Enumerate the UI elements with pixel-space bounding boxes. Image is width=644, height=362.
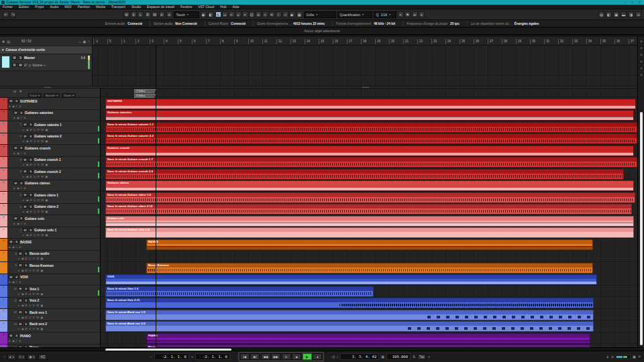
write-automation-icon[interactable]: W [41, 163, 44, 167]
crossfade-icon[interactable]: ≋ [412, 11, 418, 17]
track-basse-keemun[interactable]: ♪9MSBasse Keemune◀Ø⊙RW▣ [0, 262, 101, 274]
event-piano[interactable]: PIANO [146, 333, 590, 344]
track-color-tab[interactable]: ▾ [0, 239, 7, 250]
bypass-inserts-icon[interactable]: ⊘ [19, 245, 21, 249]
write-automation-icon[interactable]: W [41, 198, 44, 202]
tap-tempo-button[interactable]: Tap [417, 354, 426, 360]
phase-icon[interactable]: Ø [25, 269, 27, 273]
mute-button[interactable]: M [13, 111, 18, 115]
track-presets-icon[interactable]: ▤ [7, 40, 10, 44]
track-color-tab[interactable]: ∿ [0, 157, 7, 168]
event-guitares[interactable]: GUITARES [105, 99, 636, 109]
punch-mode-select[interactable]: +▾ [17, 354, 26, 360]
search-icon[interactable]: ⌕ [88, 39, 90, 44]
menu-projet[interactable]: Projet [35, 5, 44, 9]
phase-icon[interactable]: Ø [30, 210, 32, 214]
bypass-inserts-icon[interactable]: ⊘ [23, 116, 25, 120]
bypass-inserts-icon[interactable]: ⊘ [19, 339, 21, 343]
read-automation-icon[interactable]: R [33, 257, 35, 261]
track-color-tab[interactable]: ∿ [0, 192, 7, 203]
track-color-tab[interactable]: ∿ [0, 133, 7, 145]
line-tool-icon[interactable]: / [276, 11, 282, 17]
phase-icon[interactable]: Ø [30, 128, 32, 132]
parameter-select[interactable]: Volume [32, 64, 42, 67]
record-enable-icon[interactable]: ● [13, 152, 15, 156]
event-dans-le-miroir-guitare-crunch-2-6[interactable]: Dans le miroir-Guitare crunch 2-6 [105, 169, 624, 180]
solo-button[interactable]: S [29, 204, 34, 208]
draw-tool-icon[interactable]: ✏ [269, 11, 275, 17]
menu-midi[interactable]: MIDI [64, 5, 72, 9]
edit-channel-icon[interactable]: ≡ [16, 280, 17, 284]
solo-button[interactable]: S [19, 217, 24, 221]
track-piano[interactable]: ▾MSPIANO●◀≡⊘ [0, 333, 101, 345]
mute-button[interactable]: M [18, 263, 23, 267]
auto-quantize-button[interactable]: AQ [38, 354, 47, 360]
track-voix-1[interactable]: ∿10MSVoix 1e◀Ø⊙RW▣ [0, 286, 101, 298]
freeze-icon[interactable]: ▣ [45, 210, 48, 214]
time-warp-tool-icon[interactable]: ∿ [262, 11, 268, 17]
track-color-tab[interactable]: ▾ [0, 180, 7, 192]
monitor-icon[interactable]: ◀ [21, 327, 23, 331]
record-enable-icon[interactable]: ● [9, 105, 10, 109]
left-locator-field[interactable]: -2. 1. 1. 0 [154, 353, 189, 360]
mute-button[interactable]: M [13, 217, 18, 221]
snap-icon[interactable]: ▦ [297, 11, 303, 17]
monitor-icon[interactable]: ◀ [12, 105, 14, 109]
event-dans-le-miroir-voix-1-3[interactable]: Dans le miroir-Voix 1-3 [105, 286, 374, 297]
track-guitare-claire-2[interactable]: ∿6MSGuitare claire 2e◀Ø⊙RW▣ [0, 204, 101, 216]
edit-channel-icon[interactable]: e [23, 128, 24, 132]
solo-button[interactable]: S [29, 193, 34, 197]
track-guitare-claire-1[interactable]: ∿5MSGuitare claire 1e◀Ø⊙RW▣ [0, 192, 101, 204]
track-visibility-icon[interactable]: ▼ [19, 89, 22, 93]
track-color-tab[interactable]: ∿ [0, 227, 7, 239]
menu-espaces-de-travail[interactable]: Espaces de travail [147, 5, 174, 9]
marker-2-d-but[interactable]: 2 Début [134, 89, 157, 93]
solo-button[interactable]: S [18, 56, 23, 60]
mute-button[interactable]: M [9, 275, 13, 279]
tempo-field[interactable]: 108.000 [386, 353, 411, 360]
track-color-tab[interactable]: ∿ [0, 168, 7, 180]
event-display[interactable]: 2 Début3 Début GUITARESGuitares saturées… [101, 88, 637, 347]
edit-channel-icon[interactable]: e [18, 327, 19, 331]
track-back-vox-2[interactable]: ∿13MSBack vox 2e◀Ø⊙RW▣ [0, 321, 101, 333]
solo-button[interactable]: S [15, 275, 19, 279]
vsti-rack-icon[interactable]: ▪ [639, 46, 643, 50]
solo-button[interactable]: S [24, 322, 29, 326]
status-entr-es-audio[interactable]: Entrées audioConnecté [102, 21, 146, 26]
track-color-tab[interactable]: ▾ [0, 333, 7, 344]
write-automation-icon[interactable]: W [41, 210, 44, 214]
phase-icon[interactable]: Ø [30, 175, 32, 179]
cycle-record-mode-select[interactable]: ◉▾ [27, 354, 36, 360]
read-automation-icon[interactable]: R [33, 292, 35, 296]
event-guitares-satur-es[interactable]: Guitares saturées [105, 110, 634, 121]
track-guitare-satur-e-2[interactable]: ∿2MSGuitare saturée 2e◀Ø⊙RW▣ [0, 133, 101, 145]
track-guitares-crunch[interactable]: ▾MSGuitares crunch●◀≡⊘ [0, 145, 101, 157]
status-format-d-enregistrement[interactable]: Format d'enregistrement48 kHz - 24 bit [332, 21, 398, 26]
write-automation-icon[interactable]: W [36, 292, 39, 296]
time-position-display[interactable]: 3. 3. 4. 42 [340, 353, 379, 360]
menu-aide[interactable]: Aide [232, 5, 239, 9]
mute-button[interactable]: M [18, 287, 23, 291]
freeze-icon[interactable]: ▣ [45, 128, 48, 132]
event-guitares-claires[interactable]: Guitares claires [105, 180, 634, 191]
solo-button[interactable]: S [29, 134, 34, 138]
solo-button[interactable]: S [15, 334, 19, 338]
mute-button[interactable]: M [13, 181, 18, 185]
write-automation-icon[interactable]: W [36, 257, 39, 261]
input-gain-icon[interactable]: ⊙ [29, 292, 31, 296]
track-color-tab[interactable]: ∿ [0, 251, 7, 262]
mute-button[interactable]: M [23, 204, 28, 208]
freeze-icon[interactable]: ▣ [40, 257, 43, 261]
write-automation-icon[interactable]: W [36, 304, 39, 308]
add-track-icon[interactable]: ✚ [2, 40, 5, 44]
channel-icon[interactable]: ◎ [28, 63, 31, 67]
event-dans-le-miroir-voix-2-11[interactable]: Dans le miroir-Voix 2-11 [105, 298, 594, 308]
input-gain-icon[interactable]: ⊙ [34, 233, 36, 237]
freeze-icon[interactable]: ▣ [40, 304, 43, 308]
master-track[interactable]: M S Master 6.8 R W Ø ◎ Volume ▾ [0, 54, 92, 71]
menu-studio[interactable]: Studio [131, 5, 141, 9]
track-basse[interactable]: ▾MSBASSE●◀≡⊘ [0, 239, 101, 251]
mute-button[interactable]: M [18, 251, 23, 255]
track-back-vox-1[interactable]: ∿12MSBack vox 1e◀Ø⊙RW▣ [0, 309, 101, 321]
monitor-icon[interactable]: ◀ [21, 304, 23, 308]
